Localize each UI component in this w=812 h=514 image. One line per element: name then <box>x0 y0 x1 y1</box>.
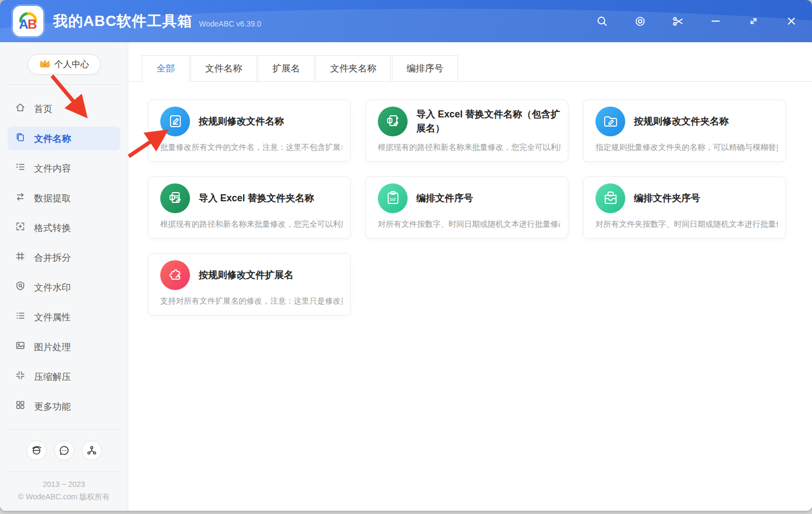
extension-edit-icon <box>160 260 190 290</box>
card-desc: 根据现有的路径和新名称来批量修改，您完全可以利用 <box>160 219 343 229</box>
sidebar-item-label: 文件水印 <box>34 281 71 294</box>
svg-text:1/2: 1/2 <box>389 197 396 202</box>
minimize-icon[interactable] <box>708 14 723 29</box>
sidebar-item-label: 文件属性 <box>34 311 71 324</box>
sidebar-item-label: 格式转换 <box>34 222 71 234</box>
feature-cards: 按规则修改文件名称 批量修改所有文件的文件名，注意：这里不包含扩展名 x 导入 … <box>128 82 812 315</box>
excel-replace-file-icon: x <box>378 107 408 136</box>
sidebar-item-format-convert[interactable]: 格式转换 <box>8 216 120 240</box>
sidebar-item-label: 图片处理 <box>34 341 71 353</box>
svg-text:B: B <box>28 17 37 31</box>
sidebar-item-file-name[interactable]: 文件名称 <box>8 127 120 150</box>
tab-numbering[interactable]: 编排序号 <box>392 55 458 82</box>
app-version: WodeABC v6.39.0 <box>199 19 261 28</box>
card-title: 编排文件夹序号 <box>634 191 700 205</box>
personal-center-label: 个人中心 <box>55 59 89 70</box>
sidebar-item-label: 文件内容 <box>34 162 71 175</box>
sidebar-item-merge-split[interactable]: 合并拆分 <box>8 246 120 269</box>
card-desc: 支持对所有文件扩展名的修改，注意：这里只是修改扩 <box>160 296 343 306</box>
card-title: 按规则修改文件夹名称 <box>634 114 729 128</box>
card-rename-folders[interactable]: 按规则修改文件夹名称 指定规则批量修改文件夹的名称，可以精确与模糊替换 <box>583 100 786 162</box>
svg-text:x: x <box>389 119 391 123</box>
watermark-icon <box>15 281 25 294</box>
ie-browser-icon[interactable] <box>27 440 47 460</box>
card-desc: 对所有文件夹按数字、时间日期或随机文本进行批量修改 <box>595 219 778 229</box>
scissors-icon[interactable] <box>670 14 685 29</box>
sidebar-item-label: 更多功能 <box>34 400 71 413</box>
svg-text:x: x <box>171 196 173 200</box>
sidebar-item-label: 首页 <box>34 103 53 115</box>
card-title: 按规则修改文件名称 <box>199 114 284 128</box>
sidebar-item-file-attr[interactable]: 文件属性 <box>8 305 120 329</box>
sidebar: 个人中心 首页 文件名称 文件内容 <box>0 42 128 511</box>
card-excel-replace-file-names[interactable]: x 导入 Excel 替换文件名称（包含扩展名） 根据现有的路径和新名称来批量修… <box>365 100 568 162</box>
image-icon <box>15 340 25 353</box>
card-excel-replace-folder-names[interactable]: x 导入 Excel 替换文件夹名称 根据现有的路径和新名称来批量修改，您完全可… <box>148 176 351 239</box>
edit-file-icon <box>160 107 190 136</box>
search-icon[interactable] <box>594 14 610 29</box>
file-content-icon <box>15 162 25 175</box>
more-icon <box>15 400 25 413</box>
sidebar-item-watermark[interactable]: 文件水印 <box>8 275 120 299</box>
sidebar-item-compress[interactable]: 压缩解压 <box>8 365 120 388</box>
tab-file-name[interactable]: 文件名称 <box>191 55 257 82</box>
card-desc: 批量修改所有文件的文件名，注意：这里不包含扩展名 <box>160 142 343 153</box>
card-rename-files[interactable]: 按规则修改文件名称 批量修改所有文件的文件名，注意：这里不包含扩展名 <box>148 100 351 162</box>
sidebar-item-label: 数据提取 <box>34 192 71 205</box>
card-change-extensions[interactable]: 按规则修改文件扩展名 支持对所有文件扩展名的修改，注意：这里只是修改扩 <box>148 253 351 315</box>
data-extract-icon <box>15 192 25 205</box>
desktop: A B 我的ABC软件工具箱 WodeABC v6.39.0 <box>0 0 812 514</box>
personal-center-button[interactable]: 个人中心 <box>28 54 101 75</box>
chat-icon[interactable] <box>54 440 74 460</box>
card-desc: 对所有文件按数字、时间日期或随机文本进行批量修改 <box>378 219 560 229</box>
card-title: 导入 Excel 替换文件名称（包含扩展名） <box>416 107 560 135</box>
crown-icon <box>39 58 51 70</box>
file-attr-icon <box>15 311 25 324</box>
format-convert-icon <box>15 221 25 234</box>
app-window: A B 我的ABC软件工具箱 WodeABC v6.39.0 <box>0 0 812 511</box>
resize-icon[interactable] <box>746 14 761 29</box>
tab-folder-name[interactable]: 文件夹名称 <box>316 55 391 82</box>
svg-text:A: A <box>19 17 28 31</box>
home-icon <box>15 102 25 115</box>
sidebar-item-home[interactable]: 首页 <box>8 97 120 121</box>
close-icon[interactable] <box>784 14 799 29</box>
card-title: 导入 Excel 替换文件夹名称 <box>199 191 314 205</box>
tab-extension[interactable]: 扩展名 <box>258 55 315 82</box>
card-desc: 指定规则批量修改文件夹的名称，可以精确与模糊替换 <box>595 142 778 153</box>
card-title: 编排文件序号 <box>416 191 473 205</box>
tab-all[interactable]: 全部 <box>142 55 189 82</box>
merge-split-icon <box>15 251 25 264</box>
sidebar-item-data-extract[interactable]: 数据提取 <box>8 186 120 210</box>
sidebar-item-label: 文件名称 <box>34 133 71 145</box>
card-desc: 根据现有的路径和新名称来批量修改，您完全可以利用 <box>378 142 560 153</box>
sidebar-item-more[interactable]: 更多功能 <box>8 394 120 418</box>
titlebar[interactable]: A B 我的ABC软件工具箱 WodeABC v6.39.0 <box>0 0 812 42</box>
card-number-folders[interactable]: 编排文件夹序号 对所有文件夹按数字、时间日期或随机文本进行批量修改 <box>583 176 786 239</box>
compress-icon <box>15 370 25 383</box>
copyright-years: 2013 ~ 2023 <box>0 478 128 491</box>
sidebar-item-label: 合并拆分 <box>34 252 71 264</box>
number-file-icon: 1/2 <box>378 183 408 213</box>
card-title: 按规则修改文件扩展名 <box>199 268 293 282</box>
app-title: 我的ABC软件工具箱 <box>53 11 193 31</box>
sidebar-nav: 首页 文件名称 文件内容 数据提取 <box>0 85 128 424</box>
file-name-icon <box>15 132 25 145</box>
copyright-text: © WodeABC.com 版权所有 <box>0 491 128 503</box>
excel-replace-folder-icon: x <box>160 183 190 213</box>
sidebar-item-file-content[interactable]: 文件内容 <box>8 156 120 180</box>
number-folder-icon <box>595 183 625 213</box>
sidebar-item-image[interactable]: 图片处理 <box>8 335 120 359</box>
sidebar-item-label: 压缩解压 <box>34 371 71 383</box>
app-logo: A B <box>13 6 43 36</box>
share-icon[interactable] <box>82 440 102 460</box>
edit-folder-icon <box>595 107 625 136</box>
gear-icon[interactable] <box>632 14 647 29</box>
main-content: 全部 文件名称 扩展名 文件夹名称 编排序号 按规则修改文件名称 <box>128 42 812 511</box>
category-tabs: 全部 文件名称 扩展名 文件夹名称 编排序号 <box>128 42 812 82</box>
card-number-files[interactable]: 1/2 编排文件序号 对所有文件按数字、时间日期或随机文本进行批量修改 <box>365 176 568 239</box>
